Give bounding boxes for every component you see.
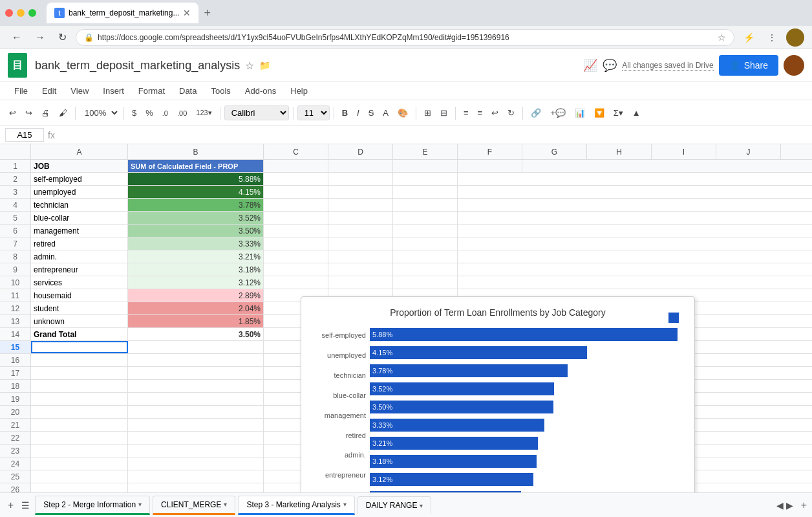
font-size-selector[interactable]: 11 [297, 105, 330, 120]
currency-button[interactable]: $ [128, 105, 140, 120]
font-color-button[interactable]: A [379, 105, 392, 120]
bookmark-icon[interactable]: ☆ [718, 32, 726, 43]
menu-data[interactable]: Data [173, 83, 203, 98]
percent-button[interactable]: % [142, 105, 157, 120]
cell-d7[interactable] [328, 237, 393, 250]
cell-b18[interactable] [128, 380, 264, 392]
cell-b21[interactable] [128, 419, 264, 431]
cell-c9[interactable] [264, 263, 328, 276]
function-button[interactable]: Σ▾ [610, 105, 627, 120]
col-header-e[interactable]: E [393, 144, 458, 159]
cell-e6[interactable] [393, 225, 458, 237]
cell-a4[interactable]: technician [31, 199, 128, 211]
cell-b23[interactable] [128, 445, 264, 457]
cell-b10[interactable]: 3.12% [128, 276, 264, 289]
cell-b13[interactable]: 1.85% [128, 315, 264, 327]
cell-e8[interactable] [393, 250, 458, 263]
chart-icon[interactable]: 📈 [583, 58, 597, 72]
cell-e5[interactable] [393, 212, 458, 224]
cell-b20[interactable] [128, 406, 264, 418]
cell-a15[interactable] [31, 341, 128, 353]
cell-b24[interactable] [128, 457, 264, 470]
user-profile-avatar[interactable] [784, 55, 804, 76]
browser-menu-icon[interactable]: ⋮ [763, 28, 781, 47]
cell-e3[interactable] [393, 186, 458, 198]
borders-button[interactable]: ⊞ [420, 105, 435, 120]
rotate-text-button[interactable]: ↻ [504, 105, 518, 120]
cell-b3[interactable]: 4.15% [128, 186, 264, 198]
menu-view[interactable]: View [64, 83, 95, 98]
cell-c6[interactable] [264, 225, 328, 237]
cell-a2[interactable]: self-employed [31, 173, 128, 185]
cell-e10[interactable] [393, 276, 458, 289]
wrap-text-button[interactable]: ↩ [487, 105, 502, 120]
cell-b1[interactable]: SUM of Calculated Field - PROP [128, 160, 264, 172]
new-tab-button[interactable]: + [201, 4, 213, 23]
cell-b7[interactable]: 3.33% [128, 237, 264, 250]
cell-a10[interactable]: services [31, 276, 128, 289]
cell-d2[interactable] [328, 173, 393, 185]
tab-daily-range[interactable]: DAILY RANGE ▾ [358, 496, 432, 514]
cell-a7[interactable]: retired [31, 237, 128, 250]
col-header-i[interactable]: I [652, 144, 716, 159]
share-button[interactable]: 👤 Share [719, 55, 778, 76]
cell-a16[interactable] [31, 354, 128, 366]
add-sheet-button[interactable]: + [5, 497, 16, 514]
close-button[interactable] [5, 9, 13, 17]
insert-comment-button[interactable]: +💬 [546, 105, 570, 120]
cell-b25[interactable] [128, 470, 264, 483]
col-header-f[interactable]: F [458, 144, 522, 159]
cell-d5[interactable] [328, 212, 393, 224]
filter-button[interactable]: 🔽 [590, 105, 608, 120]
col-header-c[interactable]: C [264, 144, 328, 159]
chart-container[interactable]: Proportion of Term Loan Enrollments by J… [301, 296, 695, 517]
menu-insert[interactable]: Insert [96, 83, 131, 98]
tab-prev-button[interactable]: ◀ [776, 500, 784, 511]
cell-a22[interactable] [31, 432, 128, 444]
cell-b8[interactable]: 3.21% [128, 250, 264, 263]
cell-b5[interactable]: 3.52% [128, 212, 264, 224]
cell-d4[interactable] [328, 199, 393, 211]
cell-e7[interactable] [393, 237, 458, 250]
browser-profile[interactable] [786, 28, 804, 47]
tab-client-merge[interactable]: CLIENT_MERGE ▾ [153, 496, 235, 515]
cell-c8[interactable] [264, 250, 328, 263]
cell-c2[interactable] [264, 173, 328, 185]
back-button[interactable]: ← [8, 29, 26, 46]
add-sheet-right-button[interactable]: + [801, 500, 807, 511]
cell-c1[interactable] [264, 160, 328, 172]
cell-c4[interactable] [264, 199, 328, 211]
cell-a17[interactable] [31, 367, 128, 379]
cell-b19[interactable] [128, 393, 264, 405]
cell-a8[interactable]: admin. [31, 250, 128, 263]
cell-b4[interactable]: 3.78% [128, 199, 264, 211]
cell-f1[interactable] [458, 160, 522, 172]
cell-b15[interactable] [128, 341, 264, 353]
tab-client-dropdown-icon[interactable]: ▾ [224, 501, 227, 508]
cell-a5[interactable]: blue-collar [31, 212, 128, 224]
font-selector[interactable]: Calibri [224, 105, 289, 120]
col-header-b[interactable]: B [128, 144, 264, 159]
tab-merge-dropdown-icon[interactable]: ▾ [138, 501, 142, 508]
cell-d1[interactable] [328, 160, 393, 172]
menu-addons[interactable]: Add-ons [239, 83, 283, 98]
cell-a19[interactable] [31, 393, 128, 405]
col-header-d[interactable]: D [328, 144, 393, 159]
cell-a18[interactable] [31, 380, 128, 392]
tab-close-icon[interactable]: ✕ [183, 8, 191, 18]
cell-a3[interactable]: unemployed [31, 186, 128, 198]
align-vertical-button[interactable]: ≡ [474, 105, 487, 120]
cell-c5[interactable] [264, 212, 328, 224]
col-header-a[interactable]: A [31, 144, 128, 159]
tab-daily-dropdown-icon[interactable]: ▾ [420, 502, 423, 509]
insert-link-button[interactable]: 🔗 [527, 105, 545, 120]
cell-b2[interactable]: 5.88% [128, 173, 264, 185]
cell-reference-input[interactable] [5, 128, 44, 142]
sheet-list-button[interactable]: ☰ [19, 498, 32, 513]
cell-a12[interactable]: student [31, 302, 128, 314]
highlight-button[interactable]: 🎨 [394, 105, 412, 120]
menu-tools[interactable]: Tools [204, 83, 237, 98]
cell-b6[interactable]: 3.50% [128, 225, 264, 237]
cell-b9[interactable]: 3.18% [128, 263, 264, 276]
menu-format[interactable]: Format [132, 83, 171, 98]
